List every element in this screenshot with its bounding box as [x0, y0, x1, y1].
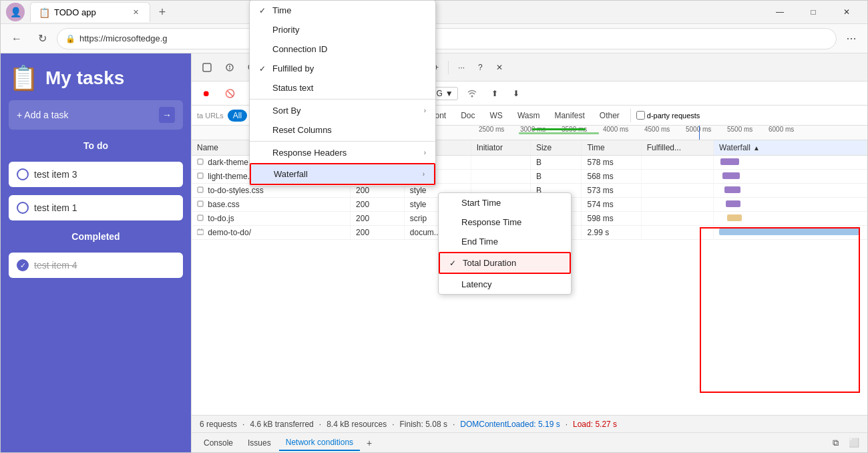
record-btn[interactable]: ⏺: [197, 84, 216, 104]
clear-btn[interactable]: 🚫: [220, 84, 240, 104]
menu-item-sort-by[interactable]: Sort By ›: [250, 101, 435, 120]
cell-init: [471, 170, 530, 184]
status-resources: 8.4 kB resources: [327, 420, 387, 429]
cell-name: demo-to-do/: [192, 226, 351, 240]
timeline-green-bar: [532, 128, 586, 130]
menu-arrow-sort: ›: [424, 107, 426, 114]
address-input[interactable]: 🔒 https://microsoftedge.g: [57, 28, 837, 49]
filter-other[interactable]: Other: [594, 110, 625, 122]
list-item[interactable]: test item 3: [9, 162, 183, 187]
cell-size: B: [530, 170, 582, 184]
task-checkbox[interactable]: [17, 168, 29, 180]
cell-time: 573 ms: [582, 184, 641, 198]
menu-label-response: Response Headers: [272, 148, 347, 158]
menu-arrow-response: ›: [424, 149, 426, 156]
menu-label-waterfall: Waterfall: [274, 169, 308, 179]
download-btn[interactable]: ⬇: [507, 84, 525, 104]
minimize-btn[interactable]: —: [765, 1, 795, 23]
menu-divider-1: [250, 99, 435, 100]
timeline-4500: 4500 ms: [644, 126, 670, 133]
menu-item-waterfall[interactable]: Waterfall ›: [250, 163, 435, 185]
tab-close-btn[interactable]: ✕: [130, 7, 142, 19]
submenu-start-time[interactable]: Start Time: [439, 193, 571, 212]
filter-ws[interactable]: WS: [485, 110, 508, 122]
bottom-right-btns: ⧉ ⬜: [827, 436, 862, 450]
submenu-check-total: ✓: [449, 259, 460, 268]
devtools-more-btn[interactable]: ···: [453, 57, 470, 78]
menu-check-fulfilled: ✓: [259, 64, 270, 73]
submenu-label-start: Start Time: [461, 198, 501, 208]
menu-item-time[interactable]: ✓ Time: [250, 1, 435, 20]
col-waterfall[interactable]: Waterfall ▲: [714, 140, 867, 156]
devtools-inspect-btn[interactable]: [220, 57, 240, 78]
cell-name: to-do.js: [192, 212, 351, 226]
bottom-tab-network-conditions[interactable]: Network conditions: [279, 435, 360, 451]
cell-waterfall: [714, 170, 867, 184]
cell-fulfilled: [641, 212, 713, 226]
status-finish: Finish: 5.08 s: [400, 420, 447, 429]
filter-wasm[interactable]: Wasm: [512, 110, 546, 122]
add-task-arrow: →: [159, 107, 175, 123]
cell-fulfilled: [641, 184, 713, 198]
devtools-elements-btn[interactable]: [197, 57, 217, 78]
waterfall-sort-arrow: ▲: [753, 144, 760, 152]
devtools-close-btn[interactable]: ✕: [491, 57, 508, 78]
menu-item-connection-id[interactable]: Connection ID: [250, 39, 435, 59]
maximize-btn[interactable]: □: [798, 1, 829, 23]
toolbar-separator: [448, 61, 449, 74]
filter-manifest[interactable]: Manifest: [549, 110, 590, 122]
cell-time: 578 ms: [582, 156, 641, 170]
3rd-party-label: d-party requests: [636, 111, 700, 120]
menu-label-reset: Reset Columns: [272, 125, 332, 135]
dock-icon[interactable]: ⬜: [846, 436, 862, 450]
todo-sidebar: 📋 My tasks + Add a task → To do test ite…: [1, 53, 191, 452]
list-item[interactable]: ✓ test item 4: [9, 253, 183, 278]
browser-tab[interactable]: 📋 TODO app ✕: [30, 2, 150, 22]
filter-all[interactable]: All: [228, 110, 247, 122]
wifi-btn[interactable]: [462, 84, 482, 104]
status-transferred: 4.6 kB transferred: [250, 420, 313, 429]
profile-icon: 👤: [6, 3, 25, 21]
task-text: test item 3: [34, 169, 77, 180]
bottom-tab-add-btn[interactable]: +: [361, 435, 377, 451]
menu-divider-2: [250, 141, 435, 142]
cell-fulfilled: [641, 226, 713, 240]
menu-label-sort: Sort By: [272, 106, 301, 116]
bottom-tab-console[interactable]: Console: [197, 436, 240, 450]
submenu-latency[interactable]: Latency: [439, 275, 571, 294]
close-btn[interactable]: ✕: [831, 1, 862, 23]
menu-item-reset-columns[interactable]: Reset Columns: [250, 120, 435, 140]
cell-fulfilled: [641, 156, 713, 170]
bottom-tab-issues[interactable]: Issues: [241, 436, 278, 450]
back-btn[interactable]: ←: [6, 28, 27, 49]
filter-doc[interactable]: Doc: [455, 110, 480, 122]
browser-more-btn[interactable]: ···: [841, 28, 862, 49]
cell-waterfall: [714, 184, 867, 198]
svg-rect-0: [203, 63, 211, 71]
submenu-end-time[interactable]: End Time: [439, 232, 571, 251]
timeline-green-bar2: [519, 132, 599, 134]
cell-size: B: [530, 156, 582, 170]
menu-item-fulfilled-by[interactable]: ✓ Fulfilled by: [250, 59, 435, 78]
task-done-checkbox[interactable]: ✓: [17, 259, 29, 271]
devtools-help-btn[interactable]: ?: [473, 57, 488, 78]
refresh-btn[interactable]: ↻: [31, 28, 53, 49]
cell-waterfall: [714, 212, 867, 226]
address-text: https://microsoftedge.g: [79, 33, 168, 43]
menu-check-time: ✓: [259, 6, 270, 15]
submenu-total-duration[interactable]: ✓ Total Duration: [439, 252, 571, 274]
submenu-response-time[interactable]: Response Time: [439, 212, 571, 232]
todo-section-label: To do: [9, 140, 183, 151]
menu-item-status-text[interactable]: Status text: [250, 78, 435, 98]
detach-icon[interactable]: ⧉: [827, 436, 843, 450]
task-checkbox[interactable]: [17, 202, 29, 214]
3rd-party-checkbox[interactable]: [636, 111, 645, 120]
status-sep5: ·: [566, 420, 568, 429]
list-item[interactable]: test item 1: [9, 195, 183, 220]
menu-item-response-headers[interactable]: Response Headers ›: [250, 143, 435, 162]
menu-item-priority[interactable]: Priority: [250, 20, 435, 39]
new-tab-btn[interactable]: +: [153, 3, 172, 21]
add-task-button[interactable]: + Add a task →: [9, 100, 183, 130]
todo-icon: 📋: [9, 64, 39, 92]
upload-btn[interactable]: ⬆: [486, 84, 503, 104]
